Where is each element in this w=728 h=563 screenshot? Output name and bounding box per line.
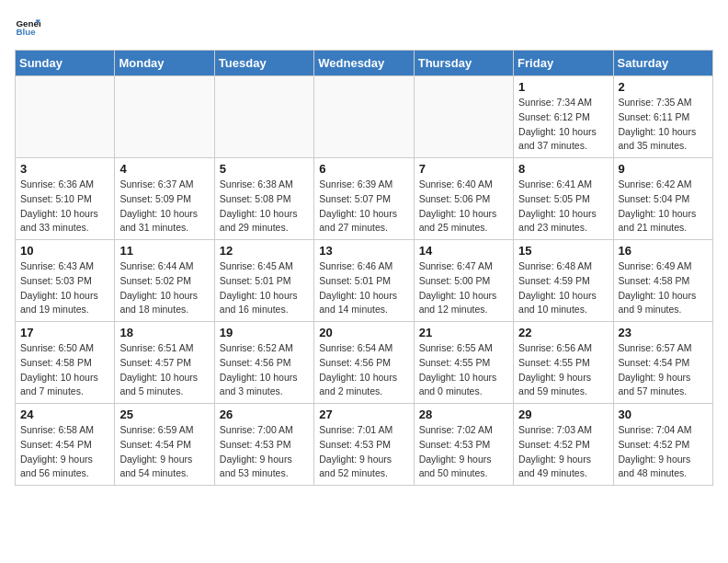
calendar-day-cell: 13Sunrise: 6:46 AM Sunset: 5:01 PM Dayli… (314, 240, 414, 322)
calendar-day-cell: 18Sunrise: 6:51 AM Sunset: 4:57 PM Dayli… (115, 322, 214, 404)
calendar-day-cell (414, 76, 513, 158)
day-detail: Sunrise: 7:03 AM Sunset: 4:52 PM Dayligh… (518, 423, 608, 481)
weekday-header: Sunday (16, 51, 115, 76)
day-number: 16 (619, 244, 708, 258)
day-number: 17 (20, 326, 109, 339)
day-detail: Sunrise: 6:51 AM Sunset: 4:57 PM Dayligh… (119, 341, 209, 399)
day-number: 27 (319, 408, 408, 421)
day-number: 20 (319, 326, 408, 339)
day-detail: Sunrise: 6:43 AM Sunset: 5:03 PM Dayligh… (20, 259, 109, 317)
calendar-day-cell (214, 76, 313, 158)
calendar-day-cell: 15Sunrise: 6:48 AM Sunset: 4:59 PM Dayli… (514, 240, 613, 322)
day-number: 8 (518, 162, 608, 176)
calendar-week-row: 1Sunrise: 7:34 AM Sunset: 6:12 PM Daylig… (16, 76, 713, 158)
day-detail: Sunrise: 6:57 AM Sunset: 4:54 PM Dayligh… (619, 341, 708, 399)
calendar-header-row: SundayMondayTuesdayWednesdayThursdayFrid… (16, 51, 713, 76)
day-number: 6 (319, 162, 408, 176)
calendar-week-row: 10Sunrise: 6:43 AM Sunset: 5:03 PM Dayli… (16, 240, 713, 322)
day-number: 19 (220, 326, 309, 339)
calendar-day-cell: 2Sunrise: 7:35 AM Sunset: 6:11 PM Daylig… (613, 76, 712, 158)
calendar-day-cell: 27Sunrise: 7:01 AM Sunset: 4:53 PM Dayli… (314, 404, 414, 486)
day-detail: Sunrise: 6:47 AM Sunset: 5:00 PM Dayligh… (419, 259, 508, 317)
day-detail: Sunrise: 6:37 AM Sunset: 5:09 PM Dayligh… (119, 178, 209, 236)
day-number: 7 (419, 162, 508, 176)
calendar-day-cell (314, 76, 414, 158)
day-number: 14 (419, 244, 508, 258)
calendar-day-cell: 12Sunrise: 6:45 AM Sunset: 5:01 PM Dayli… (214, 240, 313, 322)
calendar-day-cell (16, 76, 115, 158)
day-number: 1 (518, 80, 608, 94)
calendar-day-cell: 25Sunrise: 6:59 AM Sunset: 4:54 PM Dayli… (115, 404, 214, 486)
calendar-day-cell: 19Sunrise: 6:52 AM Sunset: 4:56 PM Dayli… (214, 322, 313, 404)
day-detail: Sunrise: 7:04 AM Sunset: 4:52 PM Dayligh… (619, 423, 708, 481)
calendar-day-cell: 10Sunrise: 6:43 AM Sunset: 5:03 PM Dayli… (16, 240, 115, 322)
weekday-header: Tuesday (214, 51, 313, 76)
calendar-day-cell: 14Sunrise: 6:47 AM Sunset: 5:00 PM Dayli… (414, 240, 513, 322)
calendar-day-cell (115, 76, 214, 158)
day-number: 11 (119, 244, 209, 258)
day-detail: Sunrise: 6:41 AM Sunset: 5:05 PM Dayligh… (518, 178, 608, 236)
calendar-day-cell: 8Sunrise: 6:41 AM Sunset: 5:05 PM Daylig… (514, 158, 613, 240)
weekday-header: Monday (115, 51, 214, 76)
day-number: 5 (220, 162, 309, 176)
day-detail: Sunrise: 7:01 AM Sunset: 4:53 PM Dayligh… (319, 423, 408, 481)
calendar-table: SundayMondayTuesdayWednesdayThursdayFrid… (15, 50, 713, 486)
weekday-header: Thursday (414, 51, 513, 76)
day-number: 21 (419, 326, 508, 339)
calendar-day-cell: 20Sunrise: 6:54 AM Sunset: 4:56 PM Dayli… (314, 322, 414, 404)
day-detail: Sunrise: 6:54 AM Sunset: 4:56 PM Dayligh… (319, 341, 408, 399)
day-number: 23 (619, 326, 708, 339)
day-number: 25 (119, 408, 209, 421)
day-number: 29 (518, 408, 608, 421)
day-detail: Sunrise: 6:36 AM Sunset: 5:10 PM Dayligh… (20, 178, 109, 236)
day-detail: Sunrise: 6:56 AM Sunset: 4:55 PM Dayligh… (518, 341, 608, 399)
day-detail: Sunrise: 6:42 AM Sunset: 5:04 PM Dayligh… (619, 178, 708, 236)
calendar-day-cell: 22Sunrise: 6:56 AM Sunset: 4:55 PM Dayli… (514, 322, 613, 404)
calendar-week-row: 17Sunrise: 6:50 AM Sunset: 4:58 PM Dayli… (16, 322, 713, 404)
calendar-day-cell: 4Sunrise: 6:37 AM Sunset: 5:09 PM Daylig… (115, 158, 214, 240)
day-number: 10 (20, 244, 109, 258)
day-detail: Sunrise: 6:52 AM Sunset: 4:56 PM Dayligh… (220, 341, 309, 399)
day-detail: Sunrise: 6:59 AM Sunset: 4:54 PM Dayligh… (119, 423, 209, 481)
day-detail: Sunrise: 6:55 AM Sunset: 4:55 PM Dayligh… (419, 341, 508, 399)
day-detail: Sunrise: 7:34 AM Sunset: 6:12 PM Dayligh… (518, 96, 608, 154)
calendar-day-cell: 24Sunrise: 6:58 AM Sunset: 4:54 PM Dayli… (16, 404, 115, 486)
header: General Blue (15, 15, 713, 40)
day-number: 2 (619, 80, 708, 94)
day-detail: Sunrise: 6:58 AM Sunset: 4:54 PM Dayligh… (20, 423, 109, 481)
calendar-day-cell: 28Sunrise: 7:02 AM Sunset: 4:53 PM Dayli… (414, 404, 513, 486)
day-number: 26 (220, 408, 309, 421)
day-number: 9 (619, 162, 708, 176)
day-number: 13 (319, 244, 408, 258)
calendar-day-cell: 30Sunrise: 7:04 AM Sunset: 4:52 PM Dayli… (613, 404, 712, 486)
weekday-header: Saturday (613, 51, 712, 76)
calendar-day-cell: 23Sunrise: 6:57 AM Sunset: 4:54 PM Dayli… (613, 322, 712, 404)
calendar-day-cell: 3Sunrise: 6:36 AM Sunset: 5:10 PM Daylig… (16, 158, 115, 240)
calendar-week-row: 24Sunrise: 6:58 AM Sunset: 4:54 PM Dayli… (16, 404, 713, 486)
day-detail: Sunrise: 6:44 AM Sunset: 5:02 PM Dayligh… (119, 259, 209, 317)
calendar-day-cell: 29Sunrise: 7:03 AM Sunset: 4:52 PM Dayli… (514, 404, 613, 486)
calendar-day-cell: 21Sunrise: 6:55 AM Sunset: 4:55 PM Dayli… (414, 322, 513, 404)
calendar-day-cell: 6Sunrise: 6:39 AM Sunset: 5:07 PM Daylig… (314, 158, 414, 240)
day-detail: Sunrise: 6:48 AM Sunset: 4:59 PM Dayligh… (518, 259, 608, 317)
svg-text:Blue: Blue (16, 27, 36, 37)
day-number: 4 (119, 162, 209, 176)
weekday-header: Wednesday (314, 51, 414, 76)
calendar-day-cell: 17Sunrise: 6:50 AM Sunset: 4:58 PM Dayli… (16, 322, 115, 404)
day-number: 28 (419, 408, 508, 421)
calendar-day-cell: 26Sunrise: 7:00 AM Sunset: 4:53 PM Dayli… (214, 404, 313, 486)
day-detail: Sunrise: 6:49 AM Sunset: 4:58 PM Dayligh… (619, 259, 708, 317)
day-detail: Sunrise: 6:39 AM Sunset: 5:07 PM Dayligh… (319, 178, 408, 236)
day-number: 24 (20, 408, 109, 421)
calendar-week-row: 3Sunrise: 6:36 AM Sunset: 5:10 PM Daylig… (16, 158, 713, 240)
day-number: 18 (119, 326, 209, 339)
day-detail: Sunrise: 6:46 AM Sunset: 5:01 PM Dayligh… (319, 259, 408, 317)
calendar-day-cell: 16Sunrise: 6:49 AM Sunset: 4:58 PM Dayli… (613, 240, 712, 322)
day-number: 22 (518, 326, 608, 339)
day-detail: Sunrise: 6:50 AM Sunset: 4:58 PM Dayligh… (20, 341, 109, 399)
calendar-day-cell: 5Sunrise: 6:38 AM Sunset: 5:08 PM Daylig… (214, 158, 313, 240)
day-detail: Sunrise: 7:35 AM Sunset: 6:11 PM Dayligh… (619, 96, 708, 154)
day-detail: Sunrise: 6:38 AM Sunset: 5:08 PM Dayligh… (220, 178, 309, 236)
calendar-day-cell: 9Sunrise: 6:42 AM Sunset: 5:04 PM Daylig… (613, 158, 712, 240)
calendar-day-cell: 1Sunrise: 7:34 AM Sunset: 6:12 PM Daylig… (514, 76, 613, 158)
